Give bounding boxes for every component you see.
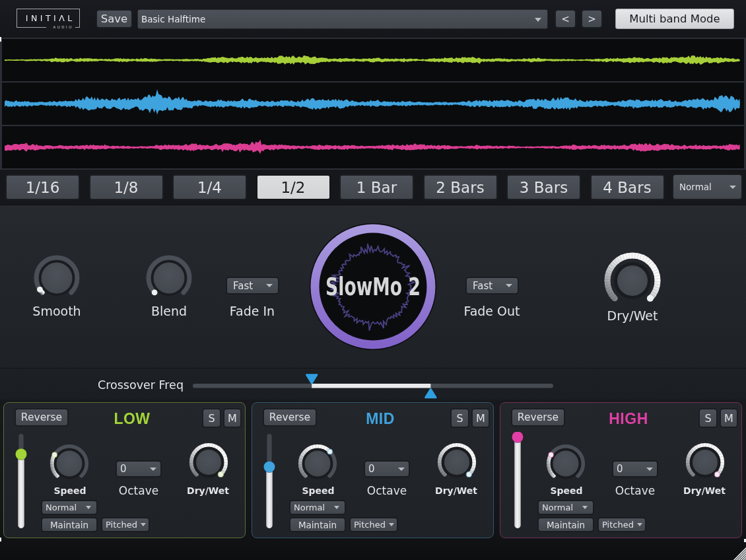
low-speed-knob[interactable] — [48, 442, 90, 485]
low-maintain-button[interactable]: Maintain — [41, 517, 98, 532]
waveform-row-mid — [2, 83, 744, 125]
crossover-freq-label: Crossover Freq — [79, 378, 184, 392]
fade-out-value: Fast — [467, 280, 492, 292]
mid-speed-label: Speed — [279, 485, 358, 496]
high-mute-button[interactable]: M — [720, 408, 738, 428]
high-solo-button[interactable]: S — [698, 408, 718, 428]
low-volume-slider[interactable] — [12, 432, 32, 536]
mode-select-value: Normal — [673, 182, 712, 192]
smooth-knob[interactable] — [32, 254, 81, 302]
low-octave-label: Octave — [99, 484, 178, 497]
division-button-1-bar[interactable]: 1 Bar — [339, 174, 414, 200]
initial-audio-logo: INITIΛL AUDIO — [17, 9, 80, 28]
mid-octave-value: 0 — [365, 463, 375, 475]
mid-solo-button[interactable]: S — [450, 408, 469, 428]
division-button-1-8[interactable]: 1/8 — [89, 174, 164, 200]
low-speed-label: Speed — [30, 485, 110, 496]
mid-reverse-button[interactable]: Reverse — [263, 408, 317, 427]
chevron-down-icon — [582, 506, 588, 509]
division-button-1-16[interactable]: 1/16 — [5, 174, 80, 200]
waveform-display — [0, 38, 746, 170]
resize-grip[interactable] — [731, 545, 746, 560]
fade-in-select[interactable]: Fast — [226, 277, 279, 295]
mid-band-title: MID — [314, 410, 446, 428]
dry-wet-label: Dry/Wet — [593, 308, 672, 323]
low-pitch-select[interactable]: Pitched — [101, 517, 150, 532]
top-bar: INITIΛL AUDIO Save Basic Halftime < > Mu… — [0, 0, 746, 38]
chevron-down-icon — [729, 186, 736, 189]
high-dry-wet-knob[interactable] — [684, 441, 726, 483]
slowmo2-logo-text: SlowMo 2 — [302, 274, 444, 300]
mid-octave-label: Octave — [347, 484, 426, 497]
fade-in-value: Fast — [227, 280, 253, 292]
mid-dry-wet-label: Dry/Wet — [417, 485, 496, 496]
high-pitch-select[interactable]: Pitched — [597, 517, 646, 532]
logo-sub-text: AUDIO — [53, 25, 73, 29]
mid-mode-select[interactable]: Normal — [289, 500, 346, 515]
bands-section: Reverse LOW S M Speed 0 Octave Dry/Wet N… — [0, 400, 746, 560]
mid-dry-wet-knob[interactable] — [436, 441, 478, 483]
division-button-3-bars[interactable]: 3 Bars — [506, 174, 581, 200]
mid-octave-select[interactable]: 0 — [364, 460, 410, 477]
next-preset-button[interactable]: > — [581, 9, 603, 28]
multi-band-mode-button[interactable]: Multi band Mode — [615, 9, 734, 29]
division-button-1-4[interactable]: 1/4 — [172, 174, 247, 200]
dry-wet-knob[interactable] — [603, 251, 662, 310]
high-speed-knob[interactable] — [545, 442, 587, 485]
slowmo2-plugin-window: INITIΛL AUDIO Save Basic Halftime < > Mu… — [0, 0, 746, 560]
smooth-label: Smooth — [17, 304, 96, 318]
chevron-down-icon — [86, 506, 91, 509]
high-mode-select[interactable]: Normal — [537, 500, 594, 515]
low-octave-select[interactable]: 0 — [116, 460, 162, 477]
band-panel-high: Reverse HIGH S M Speed 0 Octave Dry/Wet … — [500, 402, 742, 538]
band-panel-mid: Reverse MID S M Speed 0 Octave Dry/Wet N… — [252, 402, 494, 538]
mid-maintain-button[interactable]: Maintain — [289, 517, 346, 532]
low-mode-select[interactable]: Normal — [41, 500, 98, 515]
division-button-2-bars[interactable]: 2 Bars — [423, 174, 498, 200]
preset-select[interactable]: Basic Halftime — [137, 9, 548, 29]
save-button[interactable]: Save — [96, 9, 133, 28]
division-button-4-bars[interactable]: 4 Bars — [590, 174, 665, 200]
low-dry-wet-knob[interactable] — [187, 441, 230, 483]
fade-out-select[interactable]: Fast — [465, 277, 519, 295]
high-pitch-value: Pitched — [599, 520, 634, 530]
high-maintain-button[interactable]: Maintain — [537, 517, 594, 532]
division-button-1-2[interactable]: 1/2 — [256, 174, 331, 200]
high-octave-label: Octave — [595, 484, 675, 497]
mid-pitch-select[interactable]: Pitched — [349, 517, 398, 532]
chevron-down-icon — [141, 523, 146, 526]
blend-label: Blend — [129, 304, 209, 318]
crossover-section: Crossover Freq — [0, 368, 746, 400]
chevron-down-icon — [150, 468, 156, 471]
mid-pitch-value: Pitched — [351, 520, 386, 530]
logo-brand-text: INITIΛL — [17, 13, 81, 23]
preset-value: Basic Halftime — [138, 14, 205, 24]
low-mute-button[interactable]: M — [223, 408, 242, 428]
waveform-row-high — [2, 126, 744, 168]
low-reverse-button[interactable]: Reverse — [15, 408, 69, 427]
main-controls-section: Smooth Blend Fast Fade In SlowMo 2 Fast … — [0, 205, 746, 368]
low-pitch-value: Pitched — [102, 520, 137, 530]
chevron-down-icon — [535, 18, 541, 22]
high-octave-select[interactable]: 0 — [612, 460, 658, 477]
low-mode-value: Normal — [42, 503, 77, 512]
mid-volume-slider[interactable] — [260, 432, 280, 536]
chevron-down-icon — [398, 468, 405, 471]
mid-speed-knob[interactable] — [296, 442, 339, 485]
high-volume-slider[interactable] — [508, 432, 528, 536]
chevron-down-icon — [266, 284, 273, 287]
high-reverse-button[interactable]: Reverse — [511, 408, 565, 427]
crossover-freq-slider[interactable] — [186, 370, 556, 400]
previous-preset-button[interactable]: < — [555, 9, 576, 28]
low-dry-wet-label: Dry/Wet — [168, 485, 248, 496]
high-octave-value: 0 — [613, 463, 623, 475]
mid-mute-button[interactable]: M — [471, 408, 490, 428]
window-edge-speck — [0, 37, 1, 42]
blend-knob[interactable] — [145, 254, 193, 302]
high-band-title: HIGH — [562, 410, 695, 428]
waveform-row-low — [2, 39, 744, 81]
low-solo-button[interactable]: S — [202, 408, 221, 428]
mode-select[interactable]: Normal — [672, 174, 743, 200]
chevron-down-icon — [637, 523, 642, 526]
low-band-title: LOW — [66, 410, 198, 428]
